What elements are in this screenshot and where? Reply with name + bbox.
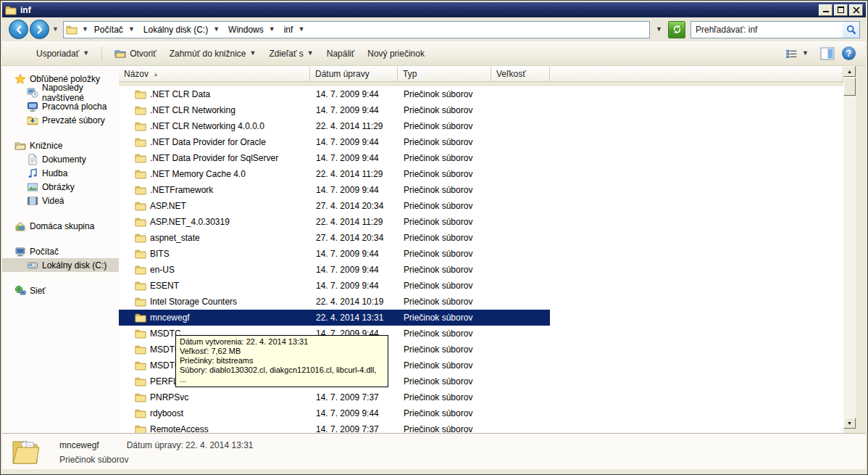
file-type: Priečinok súborov — [398, 326, 491, 342]
file-date: 27. 4. 2014 20:34 — [310, 230, 398, 246]
chevron-down-icon[interactable]: ▼ — [213, 26, 220, 33]
toolbar-button[interactable]: Zahrnúť do knižnice ▼ — [163, 45, 263, 62]
refresh-button[interactable] — [668, 21, 685, 38]
toolbar-button[interactable]: Zdieľať s ▼ — [262, 45, 320, 62]
table-row[interactable]: .NET Data Provider for SqlServer14. 7. 2… — [119, 150, 843, 166]
sidebar-item-desktop[interactable]: Pracovná plocha — [2, 99, 119, 113]
preview-pane-button[interactable] — [820, 47, 835, 60]
folder-icon — [135, 280, 146, 292]
search-input[interactable] — [691, 25, 843, 35]
table-row[interactable]: mncewegf22. 4. 2014 13:31Priečinok súbor… — [119, 310, 843, 326]
sidebar-group-network[interactable]: Sieť — [2, 284, 119, 297]
address-history-chevron[interactable]: ▼ — [656, 26, 662, 33]
column-header-size[interactable]: Veľkosť — [491, 66, 550, 82]
table-row[interactable]: RemoteAccess14. 7. 2009 7:37Priečinok sú… — [119, 421, 843, 433]
titlebar[interactable]: inf — [2, 2, 866, 17]
folder-icon — [135, 424, 146, 433]
table-row[interactable]: .NET CLR Networking 4.0.0.022. 4. 2014 1… — [119, 118, 843, 134]
table-row[interactable]: .NETFramework14. 7. 2009 9:44Priečinok s… — [119, 182, 843, 198]
file-name: .NET CLR Networking 4.0.0.0 — [150, 121, 264, 131]
chevron-down-icon[interactable]: ▼ — [298, 26, 304, 33]
file-size — [491, 118, 550, 134]
sidebar-item-label: Obrázky — [42, 182, 75, 192]
location-chevron-icon[interactable]: ▼ — [82, 26, 88, 33]
file-type: Priečinok súborov — [398, 118, 491, 134]
toolbar-button[interactable]: Nový priečinok — [361, 45, 431, 62]
chevron-down-icon[interactable]: ▼ — [128, 26, 135, 33]
breadcrumb[interactable]: ▼ Počítač▼Lokálny disk (C:)▼Windows▼inf▼ — [63, 21, 650, 38]
minimize-button[interactable] — [819, 4, 832, 16]
breadcrumb-segment[interactable]: inf▼ — [280, 22, 309, 38]
table-row[interactable]: .NET Memory Cache 4.022. 4. 2014 11:29Pr… — [119, 166, 843, 182]
folder-icon — [135, 328, 146, 339]
vertical-scrollbar[interactable]: ▲ ▼ — [843, 66, 856, 429]
scroll-up-button[interactable]: ▲ — [843, 66, 856, 77]
recent-pages-chevron[interactable]: ▼ — [52, 26, 59, 33]
sidebar-group-library[interactable]: Knižnice — [2, 139, 119, 152]
toolbar-button[interactable]: Napáliť — [320, 45, 362, 62]
videos-icon — [27, 195, 38, 207]
back-button[interactable] — [9, 20, 28, 39]
sidebar-item-documents[interactable]: Dokumenty — [2, 152, 119, 166]
sidebar-item-music[interactable]: Hudba — [2, 166, 119, 180]
sidebar-item-disk[interactable]: Lokálny disk (C:) — [2, 258, 119, 272]
table-row[interactable]: ESENT14. 7. 2009 9:44Priečinok súborov — [119, 278, 843, 294]
network-icon — [14, 285, 26, 297]
open-folder-icon — [114, 48, 126, 59]
help-button[interactable]: ? — [842, 46, 856, 60]
file-type: Priečinok súborov — [398, 198, 491, 214]
views-icon — [786, 48, 798, 59]
toolbar-button[interactable]: Usporiadať ▼ — [30, 45, 96, 62]
column-header-date[interactable]: Dátum úpravy — [310, 66, 398, 82]
file-date: 14. 7. 2009 9:44 — [310, 182, 398, 198]
table-row[interactable]: .NET CLR Data14. 7. 2009 9:44Priečinok s… — [119, 86, 843, 102]
views-chevron-icon[interactable]: ▼ — [802, 50, 809, 57]
folder-icon — [135, 136, 146, 148]
column-header-type[interactable]: Typ — [398, 66, 491, 82]
change-view-button[interactable]: ▼ — [782, 45, 813, 62]
close-button[interactable] — [849, 4, 863, 16]
table-row[interactable]: ASP.NET_4.0.3031922. 4. 2014 11:29Prieči… — [119, 214, 843, 230]
sidebar-item-pictures[interactable]: Obrázky — [2, 180, 119, 194]
sidebar-item-videos[interactable]: Videá — [2, 194, 119, 207]
breadcrumb-segment[interactable]: Počítač▼ — [90, 22, 139, 38]
column-header-name[interactable]: Názov▲ — [119, 66, 310, 82]
table-row[interactable]: BITS14. 7. 2009 9:44Priečinok súborov — [119, 246, 843, 262]
table-row[interactable]: aspnet_state27. 4. 2014 20:34Priečinok s… — [119, 230, 843, 246]
table-row[interactable]: PNRPSvc14. 7. 2009 7:37Priečinok súborov — [119, 389, 843, 405]
breadcrumb-segment[interactable]: Windows▼ — [224, 22, 280, 38]
chevron-down-icon[interactable]: ▼ — [269, 26, 275, 33]
scrollbar-thumb[interactable] — [843, 78, 856, 96]
file-name: .NET CLR Data — [150, 89, 210, 99]
table-row[interactable]: Intel Storage Counters22. 4. 2014 10:19P… — [119, 294, 843, 310]
table-row[interactable]: ASP.NET27. 4. 2014 20:34Priečinok súboro… — [119, 198, 843, 214]
toolbar-separator — [101, 46, 102, 61]
file-name: mncewegf — [150, 313, 190, 323]
sidebar-group-homegroup[interactable]: Domáca skupina — [2, 219, 119, 233]
file-size — [491, 389, 550, 405]
computer-icon — [14, 246, 26, 257]
sidebar-group-computer[interactable]: Počítač — [2, 244, 119, 258]
forward-button[interactable] — [30, 20, 49, 39]
toolbar-button[interactable]: Otvoriť — [108, 44, 163, 63]
file-type: Priečinok súborov — [398, 86, 491, 102]
table-row[interactable]: rdyboost14. 7. 2009 9:44Priečinok súboro… — [119, 405, 843, 421]
tooltip-line: Súbory: diablo130302.cl, diakgcn121016.c… — [180, 365, 383, 384]
selected-item-modified: Dátum úpravy: 22. 4. 2014 13:31 — [127, 440, 254, 450]
scroll-down-button[interactable]: ▼ — [843, 418, 856, 429]
sidebar-item-recent[interactable]: Naposledy navštívené — [2, 86, 119, 99]
maximize-button[interactable] — [834, 4, 848, 16]
folder-icon — [5, 4, 17, 16]
search-button[interactable] — [843, 22, 859, 38]
breadcrumb-segment[interactable]: Lokálny disk (C:)▼ — [139, 22, 224, 38]
file-size — [491, 86, 550, 102]
table-row[interactable]: .NET Data Provider for Oracle14. 7. 2009… — [119, 134, 843, 150]
file-type: Priečinok súborov — [398, 389, 491, 405]
table-row[interactable]: en-US14. 7. 2009 9:44Priečinok súborov — [119, 262, 843, 278]
open-folder-large-icon — [12, 437, 45, 466]
table-row[interactable]: .NET CLR Networking14. 7. 2009 9:44Prieč… — [119, 102, 843, 118]
file-size — [491, 358, 550, 373]
folder-icon — [135, 152, 146, 164]
sidebar-item-downloads[interactable]: Prevzaté súbory — [2, 113, 119, 127]
file-type: Priečinok súborov — [398, 278, 491, 294]
